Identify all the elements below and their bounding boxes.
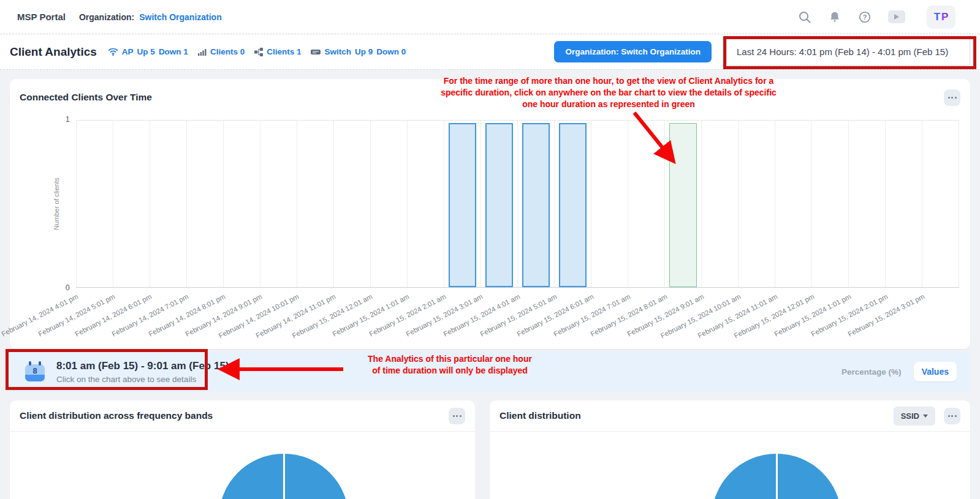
chart-bin-9[interactable] <box>407 120 444 287</box>
organization-link[interactable]: Switch Organization <box>139 12 222 22</box>
stat-ap[interactable]: AP Up 5 Down 1 <box>108 47 188 56</box>
stat-switch[interactable]: Switch Up 9 Down 0 <box>311 47 406 56</box>
chart-bin-11[interactable] <box>481 120 517 287</box>
notifications-bell-icon[interactable] <box>828 10 841 24</box>
pie-segment-divider <box>776 454 778 499</box>
wifi-icon <box>108 48 118 56</box>
signal-bars-icon <box>198 48 207 56</box>
client-count-bar[interactable] <box>485 123 513 287</box>
pie-segment-divider <box>283 454 285 499</box>
avatar-initial-first: T <box>934 11 940 23</box>
analytics-toolbar: Client Analytics AP Up 5 Down 1 Clients … <box>0 34 980 70</box>
frequency-pie-chart[interactable] <box>219 454 349 499</box>
avatar-initial-last: P <box>941 11 948 23</box>
chart-bin-10[interactable] <box>444 120 481 287</box>
page-title: Client Analytics <box>10 45 97 59</box>
chart-plot-area[interactable]: 1 0 <box>76 120 959 288</box>
help-icon[interactable]: ? <box>858 10 872 24</box>
distribution-pie-chart[interactable] <box>712 454 841 499</box>
video-tutorial-icon[interactable] <box>888 10 905 23</box>
chart-bin-20[interactable] <box>811 120 848 287</box>
chart-bin-21[interactable] <box>848 120 885 287</box>
switch-icon <box>311 48 321 56</box>
chart-bin-19[interactable] <box>775 120 811 287</box>
distribution-panel-more-options-button[interactable] <box>944 408 960 424</box>
frequency-bands-panel: Client distribution across frequency ban… <box>10 400 475 499</box>
stat-clients-signal[interactable]: Clients 0 <box>198 47 245 56</box>
app-title: MSP Portal <box>17 12 66 22</box>
chart-bin-7[interactable] <box>333 120 370 287</box>
selected-hour-hint: Click on the chart above to see details <box>56 375 229 384</box>
stat-clients-signal-label: Clients 0 <box>210 47 245 56</box>
stat-ap-down: Down 1 <box>159 47 188 56</box>
stat-switch-up: Up 9 <box>355 47 373 56</box>
y-axis-title: Number of clients <box>53 178 60 230</box>
connected-clients-card: Connected Clients Over Time Number of cl… <box>10 79 970 349</box>
frequency-panel-more-options-button[interactable] <box>449 408 465 424</box>
chart-bin-14[interactable] <box>591 120 628 287</box>
chart-bin-6[interactable] <box>297 120 333 287</box>
video-chip <box>888 10 905 23</box>
chart-bin-23[interactable] <box>922 120 959 287</box>
client-count-bar[interactable] <box>559 123 587 287</box>
stat-clients-topology-label: Clients 1 <box>267 47 301 56</box>
stat-switch-down: Down 0 <box>376 47 406 56</box>
x-axis-labels: February 14, 2024 4:01 pmFebruary 14, 20… <box>76 288 959 344</box>
y-tick-0: 0 <box>66 283 70 292</box>
chart-bin-13[interactable] <box>554 120 591 287</box>
frequency-panel-title: Client distribution across frequency ban… <box>20 410 213 421</box>
chart-bin-22[interactable] <box>885 120 922 287</box>
client-distribution-panel: Client distribution SSID <box>490 400 970 499</box>
avatar[interactable]: T P <box>927 6 955 29</box>
bar-chart[interactable]: Number of clients 1 0 February 14, 2024 … <box>20 107 960 344</box>
stat-clients-topology[interactable]: Clients 1 <box>254 47 301 56</box>
chart-bin-16[interactable] <box>664 120 701 287</box>
device-stats: AP Up 5 Down 1 Clients 0 Clients 1 Switc… <box>108 47 406 56</box>
chart-bin-15[interactable] <box>628 120 664 287</box>
organization-switch-button[interactable]: Organization: Switch Organization <box>554 41 712 62</box>
client-count-bar[interactable] <box>522 123 550 287</box>
ssid-dropdown-label: SSID <box>901 411 919 421</box>
ssid-dropdown[interactable]: SSID <box>894 407 935 426</box>
stat-ap-up: Up 5 <box>137 47 155 56</box>
svg-text:8: 8 <box>32 366 37 375</box>
chart-bin-3[interactable] <box>186 120 223 287</box>
selected-hour-highlight-bar[interactable] <box>669 123 697 287</box>
stat-switch-label: Switch <box>324 47 351 56</box>
chart-bin-18[interactable] <box>738 120 775 287</box>
selected-hour-range: 8:01 am (Feb 15) - 9:01 am (Feb 15) <box>56 360 229 372</box>
topology-icon <box>254 48 263 56</box>
chart-bin-0[interactable] <box>76 120 113 287</box>
organization-label: Organization: <box>79 12 134 22</box>
chart-bin-12[interactable] <box>517 120 554 287</box>
chart-bin-1[interactable] <box>113 120 150 287</box>
time-range-selector[interactable]: Last 24 Hours: 4:01 pm (Feb 14) - 4:01 p… <box>726 39 970 66</box>
svg-text:?: ? <box>863 13 867 21</box>
chart-bin-4[interactable] <box>223 120 260 287</box>
y-tick-1: 1 <box>66 115 70 124</box>
values-toggle[interactable]: Values <box>914 362 957 381</box>
search-icon[interactable] <box>798 10 811 24</box>
distribution-panels: Client distribution across frequency ban… <box>10 400 970 499</box>
chart-bin-5[interactable] <box>260 120 297 287</box>
calendar-icon: 8 <box>23 360 47 383</box>
chart-bin-8[interactable] <box>370 120 407 287</box>
chart-title: Connected Clients Over Time <box>20 92 152 103</box>
top-header: MSP Portal Organization: Switch Organiza… <box>0 0 980 34</box>
chart-bin-17[interactable] <box>701 120 738 287</box>
stat-ap-label: AP <box>122 47 134 56</box>
chart-bin-2[interactable] <box>150 120 186 287</box>
chart-more-options-button[interactable] <box>944 89 960 106</box>
distribution-panel-title: Client distribution <box>499 410 581 421</box>
chevron-down-icon <box>923 415 928 418</box>
selected-hour-bar: 8 8:01 am (Feb 15) - 9:01 am (Feb 15) Cl… <box>10 351 970 392</box>
percentage-toggle[interactable]: Percentage (%) <box>841 367 902 377</box>
client-count-bar[interactable] <box>449 123 476 287</box>
